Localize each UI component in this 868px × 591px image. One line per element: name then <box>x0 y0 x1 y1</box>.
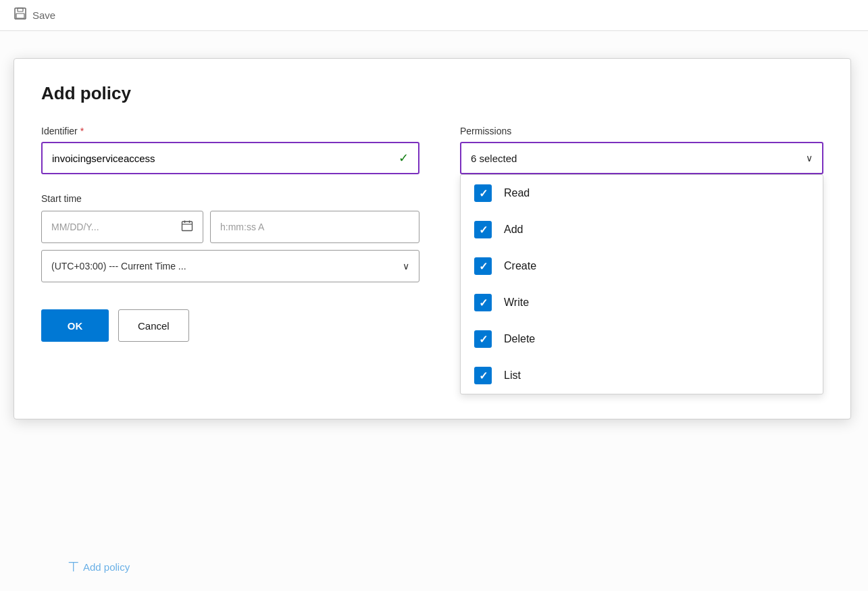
checkbox-delete[interactable] <box>474 330 492 348</box>
timezone-select[interactable]: (UTC+03:00) --- Current Time ... ∨ <box>41 250 419 282</box>
calendar-icon <box>181 220 193 234</box>
permission-list-label: List <box>504 369 521 382</box>
permissions-selected-text: 6 selected <box>471 153 517 164</box>
form-right-column: Permissions 6 selected ∨ Read Add <box>460 126 823 394</box>
checkbox-create[interactable] <box>474 257 492 275</box>
identifier-label: Identifier * <box>41 126 419 136</box>
permissions-chevron-icon: ∨ <box>806 153 813 163</box>
permission-item-create[interactable]: Create <box>461 248 823 284</box>
ok-button[interactable]: OK <box>41 309 109 342</box>
permission-delete-label: Delete <box>504 333 535 345</box>
required-indicator: * <box>80 126 84 136</box>
start-time-label: Start time <box>41 193 419 204</box>
page-background: ⊤ Add policy Add policy Identifier * ✓ <box>0 31 868 591</box>
modal-overlay: Add policy Identifier * ✓ Start time <box>0 31 868 591</box>
permission-add-label: Add <box>504 224 523 236</box>
identifier-input-box[interactable]: ✓ <box>41 142 419 174</box>
toolbar: Save <box>0 0 868 31</box>
form-row: Identifier * ✓ Start time MM/DD/Y... <box>41 126 823 394</box>
time-inputs-row: MM/DD/Y... h:mm:ss A <box>41 211 419 243</box>
save-label: Save <box>32 9 55 21</box>
timezone-chevron-icon: ∨ <box>403 261 409 272</box>
svg-rect-3 <box>182 222 193 231</box>
modal-dialog: Add policy Identifier * ✓ Start time <box>14 58 851 419</box>
checkbox-add[interactable] <box>474 221 492 238</box>
date-placeholder: MM/DD/Y... <box>51 222 99 232</box>
permission-item-list[interactable]: List <box>461 357 823 394</box>
checkbox-write[interactable] <box>474 294 492 311</box>
permission-read-label: Read <box>504 187 530 199</box>
buttons-row: OK Cancel <box>41 309 419 342</box>
permissions-select[interactable]: 6 selected ∨ <box>460 142 823 174</box>
identifier-input[interactable] <box>52 153 399 164</box>
checkbox-read[interactable] <box>474 184 492 202</box>
time-input[interactable]: h:mm:ss A <box>210 211 419 243</box>
timezone-value: (UTC+03:00) --- Current Time ... <box>51 261 186 272</box>
modal-title: Add policy <box>41 83 823 104</box>
permission-item-add[interactable]: Add <box>461 211 823 248</box>
time-placeholder: h:mm:ss A <box>220 222 264 232</box>
permissions-dropdown: Read Add Create Write <box>460 174 823 394</box>
permission-item-read[interactable]: Read <box>461 175 823 211</box>
permission-create-label: Create <box>504 260 536 272</box>
svg-rect-2 <box>16 14 24 18</box>
permissions-label: Permissions <box>460 126 823 136</box>
save-icon <box>14 7 27 24</box>
form-left-column: Identifier * ✓ Start time MM/DD/Y... <box>41 126 419 342</box>
cancel-button[interactable]: Cancel <box>118 309 189 342</box>
permission-item-delete[interactable]: Delete <box>461 321 823 357</box>
valid-checkmark-icon: ✓ <box>399 151 409 165</box>
permission-item-write[interactable]: Write <box>461 284 823 321</box>
date-input[interactable]: MM/DD/Y... <box>41 211 203 243</box>
checkbox-list[interactable] <box>474 367 492 384</box>
permission-write-label: Write <box>504 297 529 309</box>
